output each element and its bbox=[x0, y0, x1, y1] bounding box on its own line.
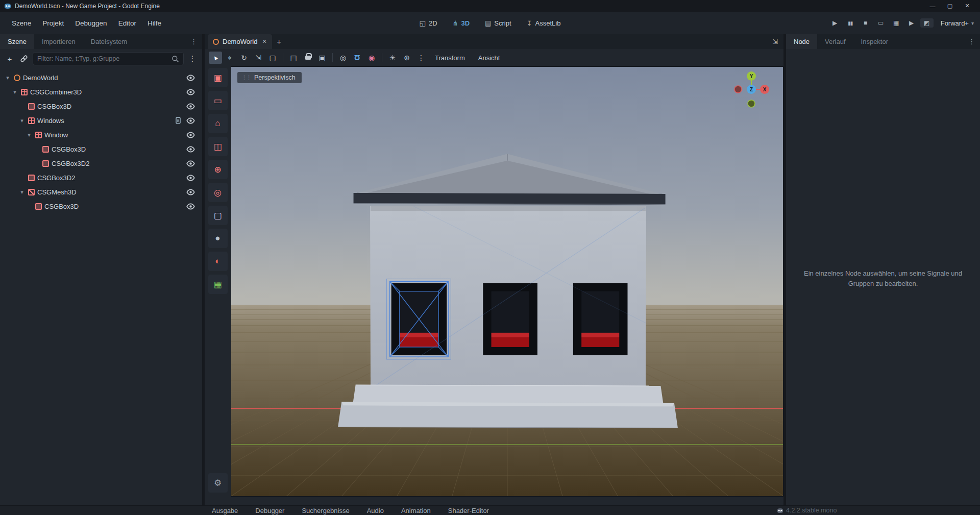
csg-cylinder-tool[interactable]: ▭ bbox=[208, 91, 228, 110]
tree-row-window[interactable]: ▾ Window bbox=[0, 128, 202, 142]
visibility-eye-icon[interactable] bbox=[186, 175, 195, 181]
lock-button[interactable] bbox=[301, 52, 314, 64]
bottom-tab-suchergebnisse[interactable]: Suchergebnisse bbox=[302, 507, 349, 514]
rotate-tool-button[interactable]: ↻ bbox=[237, 52, 251, 64]
view-axis-gizmo[interactable]: Y X Z bbox=[720, 70, 776, 113]
tree-row-csgbox3d[interactable]: CSGBox3D bbox=[0, 99, 202, 113]
play-scene-button[interactable]: ▦ bbox=[890, 19, 903, 27]
stop-button[interactable]: ■ bbox=[859, 19, 872, 27]
reflection-probe-tool[interactable]: ● bbox=[208, 229, 228, 248]
menu-debuggen[interactable]: Debuggen bbox=[69, 16, 112, 30]
menu-szene[interactable]: Szene bbox=[6, 16, 37, 30]
menu-projekt[interactable]: Projekt bbox=[37, 16, 69, 30]
mode-2d-button[interactable]: ◱ 2D bbox=[414, 17, 443, 30]
mode-script-button[interactable]: ▤ Script bbox=[480, 17, 517, 30]
expand-arrow-icon[interactable]: ▾ bbox=[18, 189, 26, 195]
tree-row-csgbox3d[interactable]: CSGBox3D bbox=[0, 142, 202, 156]
mode-assetlib-button[interactable]: ↧ AssetLib bbox=[522, 17, 566, 30]
3d-viewport[interactable]: ⋮⋮ Perspektivisch Y X Z bbox=[231, 66, 783, 497]
tab-inspektor[interactable]: Inspektor bbox=[853, 34, 896, 49]
dock-menu-icon[interactable]: ⋮ bbox=[185, 34, 202, 49]
csg-torus-tool[interactable]: ◎ bbox=[208, 183, 228, 202]
axis-neg-y-icon[interactable] bbox=[748, 100, 755, 107]
movie-maker-toggle[interactable]: ◩ bbox=[920, 18, 934, 28]
visibility-eye-icon[interactable] bbox=[186, 189, 195, 195]
expand-arrow-icon[interactable]: ▾ bbox=[26, 132, 33, 138]
viewport-more-icon[interactable]: ⋮ bbox=[414, 52, 428, 64]
bottom-tab-debugger[interactable]: Debugger bbox=[255, 507, 284, 514]
instance-scene-button[interactable] bbox=[18, 55, 30, 63]
add-node-button[interactable]: + bbox=[4, 55, 15, 63]
scene-tree-menu-icon[interactable]: ⋮ bbox=[187, 54, 198, 63]
dock-menu-icon[interactable]: ⋮ bbox=[963, 34, 980, 49]
maximize-button[interactable]: ▢ bbox=[941, 3, 959, 9]
scene-filter-input[interactable] bbox=[37, 55, 172, 62]
menu-hilfe[interactable]: Hilfe bbox=[142, 16, 167, 30]
remote-debug-button[interactable]: ▭ bbox=[874, 19, 888, 27]
gridmap-tool[interactable]: ▦ bbox=[208, 275, 228, 294]
scene-tab-demoworld[interactable]: DemoWorld ✕ bbox=[208, 34, 272, 49]
tree-row-csgmesh3d[interactable]: ▾ CSGMesh3D bbox=[0, 185, 202, 199]
minimize-button[interactable]: — bbox=[924, 3, 941, 9]
visibility-eye-icon[interactable] bbox=[186, 117, 195, 124]
3d-viewport-canvas[interactable] bbox=[231, 67, 783, 496]
bottom-tab-ausgabe[interactable]: Ausgabe bbox=[212, 507, 238, 514]
expand-arrow-icon[interactable]: ▾ bbox=[11, 89, 18, 95]
camera-preview-button[interactable]: ◉ bbox=[365, 52, 378, 64]
visibility-eye-icon[interactable] bbox=[186, 75, 195, 81]
visibility-eye-icon[interactable] bbox=[186, 89, 195, 95]
visibility-eye-icon[interactable] bbox=[186, 103, 195, 110]
csg-polygon-tool[interactable]: ⌂ bbox=[208, 114, 228, 133]
pause-button[interactable]: ▮▮ bbox=[844, 20, 857, 26]
tree-row-csgcombiner3d[interactable]: ▾ CSGCombiner3D bbox=[0, 85, 202, 99]
environment-settings-button[interactable]: ⊕ bbox=[400, 52, 413, 64]
tab-dateisystem[interactable]: Dateisystem bbox=[83, 34, 135, 49]
tree-row-demoworld[interactable]: ▾ DemoWorld bbox=[0, 70, 202, 85]
play-button[interactable]: ▶ bbox=[828, 19, 842, 27]
tree-row-csgbox3d2[interactable]: CSGBox3D2 bbox=[0, 170, 202, 185]
expand-viewport-icon[interactable]: ⇲ bbox=[767, 34, 783, 49]
bottom-tab-animation[interactable]: Animation bbox=[401, 507, 431, 514]
tab-verlauf[interactable]: Verlauf bbox=[817, 34, 853, 49]
transform-menu[interactable]: Transform bbox=[429, 54, 471, 62]
play-custom-scene-button[interactable]: ▶ bbox=[905, 19, 918, 27]
csg-sphere-tool[interactable]: ⊕ bbox=[208, 160, 228, 179]
close-tab-icon[interactable]: ✕ bbox=[261, 38, 266, 45]
csg-box-tool[interactable]: ▣ bbox=[208, 68, 228, 87]
move-tool-button[interactable]: ⌖ bbox=[223, 52, 236, 64]
rail-settings-gear-icon[interactable]: ⚙ bbox=[208, 473, 228, 493]
projection-dropdown[interactable]: ⋮⋮ Perspektivisch bbox=[237, 72, 302, 83]
view-menu[interactable]: Ansicht bbox=[472, 54, 506, 62]
expand-arrow-icon[interactable]: ▾ bbox=[4, 75, 11, 81]
sun-settings-button[interactable]: ☀ bbox=[386, 52, 399, 64]
bottom-tab-audio[interactable]: Audio bbox=[367, 507, 384, 514]
tab-importieren[interactable]: Importieren bbox=[34, 34, 83, 49]
light-tool[interactable]: ◐ bbox=[208, 252, 228, 271]
ruler-tool-button[interactable]: ▤ bbox=[287, 52, 300, 64]
list-select-tool-button[interactable]: ▢ bbox=[266, 52, 279, 64]
group-button[interactable]: ▣ bbox=[315, 52, 329, 64]
bottom-tab-shader-editor[interactable]: Shader-Editor bbox=[448, 507, 489, 514]
menu-editor[interactable]: Editor bbox=[113, 16, 142, 30]
tree-row-windows[interactable]: ▾ Windows bbox=[0, 113, 202, 128]
capsule-tool[interactable]: ▢ bbox=[208, 206, 228, 225]
visibility-eye-icon[interactable] bbox=[186, 146, 195, 153]
close-window-button[interactable]: ✕ bbox=[959, 3, 976, 9]
visibility-eye-icon[interactable] bbox=[186, 160, 195, 167]
tab-szene[interactable]: Szene bbox=[0, 34, 34, 49]
expand-arrow-icon[interactable]: ▾ bbox=[18, 117, 26, 124]
snap-toggle[interactable]: Ω bbox=[351, 52, 364, 64]
tree-row-csgbox3d2[interactable]: CSGBox3D2 bbox=[0, 156, 202, 170]
script-icon[interactable] bbox=[175, 117, 182, 124]
csg-mesh-tool[interactable]: ◫ bbox=[208, 137, 228, 156]
local-space-toggle[interactable]: ◎ bbox=[336, 52, 350, 64]
scale-tool-button[interactable]: ⇲ bbox=[252, 52, 265, 64]
visibility-eye-icon[interactable] bbox=[186, 203, 195, 210]
mode-3d-button[interactable]: ⋔ 3D bbox=[448, 17, 475, 30]
renderer-dropdown[interactable]: Forward+ ▾ bbox=[941, 19, 974, 27]
select-tool-button[interactable]: ▲ bbox=[209, 52, 222, 64]
new-scene-tab-button[interactable]: + bbox=[272, 34, 286, 49]
axis-neg-x-icon[interactable] bbox=[734, 86, 742, 93]
tab-node[interactable]: Node bbox=[786, 34, 817, 49]
tree-row-csgbox3d[interactable]: CSGBox3D bbox=[0, 199, 202, 213]
